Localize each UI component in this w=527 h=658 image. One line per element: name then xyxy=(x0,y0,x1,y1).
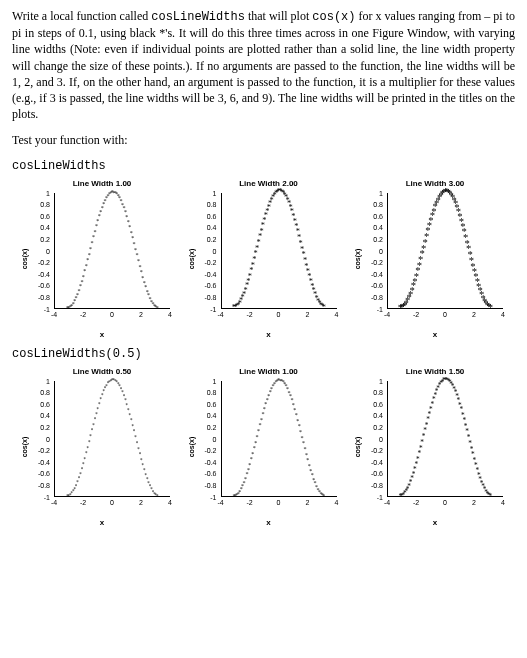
code-cosx: cos(x) xyxy=(312,10,355,24)
y-tick-label: -0.2 xyxy=(355,259,383,266)
y-tick-label: 1 xyxy=(189,377,217,384)
y-tick-label: -0.4 xyxy=(189,458,217,465)
x-tick-label: 2 xyxy=(302,311,314,318)
y-tick-label: -0.4 xyxy=(355,270,383,277)
text: Write a local function called xyxy=(12,9,151,23)
y-tick-label: -0.8 xyxy=(355,481,383,488)
data-point: * xyxy=(321,493,327,499)
problem-paragraph-1: Write a local function called cosLineWid… xyxy=(12,8,515,122)
plot-area: ****************************************… xyxy=(221,193,337,309)
data-point: * xyxy=(83,263,89,269)
x-tick-label: -4 xyxy=(381,311,393,318)
chart-title: Line Width 1.00 xyxy=(22,179,182,188)
data-point: * xyxy=(255,428,261,434)
data-point: * xyxy=(88,246,94,252)
call-1: cosLineWidths xyxy=(12,159,515,173)
subplot-3: Line Width 3.00 ************************… xyxy=(355,179,515,339)
chart-title: Line Width 1.50 xyxy=(355,367,515,376)
y-tick-label: -0.8 xyxy=(189,481,217,488)
data-point: * xyxy=(80,274,86,280)
y-tick-label: 0.6 xyxy=(189,212,217,219)
y-tick-label: 0.2 xyxy=(189,235,217,242)
y-tick-label: 0 xyxy=(189,435,217,442)
y-tick-label: -0.2 xyxy=(189,259,217,266)
x-tick-label: -4 xyxy=(215,499,227,506)
code-fn-name: cosLineWidths xyxy=(151,10,245,24)
x-tick-label: -4 xyxy=(215,311,227,318)
y-tick-label: 0.4 xyxy=(355,412,383,419)
subplot-2: Line Width 2.00 ************************… xyxy=(189,179,349,339)
x-tick-label: -2 xyxy=(77,311,89,318)
plot-area: ****************************************… xyxy=(54,193,170,309)
plot-area: ****************************************… xyxy=(54,381,170,497)
y-tick-label: -1 xyxy=(355,493,383,500)
y-tick-label: -1 xyxy=(189,305,217,312)
plot-area: ****************************************… xyxy=(221,381,337,497)
y-tick-label: 0 xyxy=(22,435,50,442)
subplot-4: Line Width 0.50 ************************… xyxy=(22,367,182,527)
y-tick-label: 0.2 xyxy=(189,423,217,430)
y-tick-label: -1 xyxy=(22,493,50,500)
x-tick-label: 2 xyxy=(135,311,147,318)
y-tick-label: 0.4 xyxy=(189,224,217,231)
y-tick-label: 0.8 xyxy=(189,201,217,208)
x-tick-label: -2 xyxy=(244,499,256,506)
x-tick-label: 2 xyxy=(468,499,480,506)
y-tick-label: 0.8 xyxy=(22,201,50,208)
y-tick-label: -0.6 xyxy=(355,282,383,289)
y-tick-label: 0.2 xyxy=(22,235,50,242)
data-point: * xyxy=(254,434,260,440)
y-tick-label: 0.4 xyxy=(189,412,217,419)
text: for x values ranging from – pi to pi in … xyxy=(12,9,515,121)
data-point: * xyxy=(89,240,95,246)
x-tick-label: 0 xyxy=(273,311,285,318)
y-tick-label: 0.8 xyxy=(22,389,50,396)
data-point: * xyxy=(248,456,254,462)
y-tick-label: -0.8 xyxy=(22,293,50,300)
y-tick-label: -0.6 xyxy=(189,282,217,289)
data-point: * xyxy=(97,402,102,407)
x-axis-label: x xyxy=(189,330,349,339)
x-axis-label: x xyxy=(355,330,515,339)
data-point: * xyxy=(78,472,83,477)
x-tick-label: 0 xyxy=(106,311,118,318)
data-point: * xyxy=(84,451,89,456)
data-point: * xyxy=(155,494,160,499)
x-tick-label: 4 xyxy=(331,311,343,318)
figure-row-1: Line Width 1.00 ************************… xyxy=(12,179,515,339)
call-2: cosLineWidths(0.5) xyxy=(12,347,515,361)
problem-paragraph-2: Test your function with: xyxy=(12,132,515,148)
data-point: * xyxy=(485,303,496,314)
x-tick-label: 0 xyxy=(439,499,451,506)
y-tick-label: -0.4 xyxy=(355,458,383,465)
y-tick-label: 0.6 xyxy=(189,400,217,407)
data-point: * xyxy=(154,305,160,311)
chart-title: Line Width 0.50 xyxy=(22,367,182,376)
data-point: * xyxy=(95,407,100,412)
plot-area: ****************************************… xyxy=(387,193,503,309)
x-axis-label: x xyxy=(22,518,182,527)
y-tick-label: 0 xyxy=(355,247,383,254)
y-tick-label: 0 xyxy=(189,247,217,254)
x-axis-label: x xyxy=(355,518,515,527)
y-tick-label: 0.6 xyxy=(22,212,50,219)
data-point: * xyxy=(487,493,494,500)
text: that will plot xyxy=(245,9,312,23)
y-tick-label: -0.8 xyxy=(355,293,383,300)
y-tick-label: -0.2 xyxy=(355,447,383,454)
subplot-6: Line Width 1.50 ************************… xyxy=(355,367,515,527)
data-point: * xyxy=(88,434,93,439)
x-axis-label: x xyxy=(22,330,182,339)
data-point: * xyxy=(85,257,91,263)
y-tick-label: 0 xyxy=(22,247,50,254)
x-tick-label: 4 xyxy=(164,311,176,318)
x-tick-label: 4 xyxy=(497,499,509,506)
data-point: * xyxy=(92,417,97,422)
y-tick-label: -1 xyxy=(355,305,383,312)
subplot-5: Line Width 1.00 ************************… xyxy=(189,367,349,527)
y-tick-label: 1 xyxy=(22,377,50,384)
data-point: * xyxy=(253,440,259,446)
data-point: * xyxy=(76,476,81,481)
y-tick-label: -0.8 xyxy=(189,293,217,300)
y-tick-label: 1 xyxy=(355,377,383,384)
